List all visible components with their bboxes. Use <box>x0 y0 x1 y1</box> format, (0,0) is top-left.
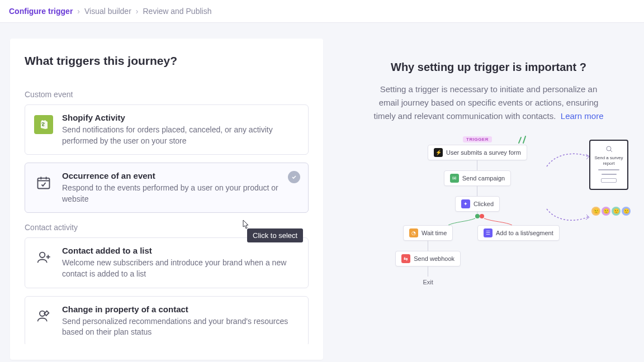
flow-node-wait: ◔ Wait time <box>403 225 453 241</box>
svg-point-10 <box>607 146 611 151</box>
bolt-icon: ⚡ <box>434 148 443 157</box>
card-description: Send personalized recommendations and yo… <box>62 316 299 338</box>
card-description: Welcome new subscribers and introduce yo… <box>62 258 299 279</box>
chevron-right-icon: › <box>136 7 139 16</box>
cursor-click-icon: ✦ <box>461 199 470 208</box>
person-plus-icon <box>34 248 53 267</box>
svg-rect-0 <box>38 178 50 189</box>
flow-node-webhook: ⇆ Send webhook <box>395 251 461 266</box>
info-description: Setting a trigger is necessary to initia… <box>371 83 606 123</box>
section-label-contact-activity: Contact activity <box>25 223 309 232</box>
svg-line-11 <box>610 150 612 152</box>
send-icon: ✉ <box>450 174 459 183</box>
flow-exit-label: Exit <box>423 279 433 285</box>
card-title: Shopify Activity <box>62 113 299 122</box>
card-title: Occurrence of an event <box>62 171 299 180</box>
dashed-arrow-icon <box>546 206 590 228</box>
section-label-custom-event: Custom event <box>25 90 309 99</box>
trigger-selector-panel: What triggers this journey? Custom event… <box>10 39 323 360</box>
trigger-card-contact-added-list[interactable]: Contact added to a list Welcome new subs… <box>25 237 309 288</box>
avatar: 🙂 <box>612 207 621 216</box>
doc-label: Send a survey report <box>594 155 624 166</box>
svg-point-8 <box>475 214 480 218</box>
breadcrumb-step-configure-trigger[interactable]: Configure trigger <box>9 7 73 16</box>
flow-node-submit: ⚡ User submits a survey form <box>428 145 527 160</box>
learn-more-link[interactable]: Learn more <box>561 111 604 121</box>
info-panel: Why setting up trigger is important ? Se… <box>343 39 634 360</box>
card-title: Change in property of a contact <box>62 304 299 314</box>
shopify-icon <box>34 115 53 134</box>
calendar-event-icon <box>34 173 53 192</box>
trigger-illustration: TRIGGER ⚡ User submits a survey form ✉ S… <box>354 136 623 293</box>
list-add-icon: ☰ <box>484 228 493 237</box>
flow-node-campaign: ✉ Send campaign <box>444 170 511 186</box>
svg-point-4 <box>40 253 45 258</box>
breadcrumb-step-visual-builder[interactable]: Visual builder <box>84 7 131 16</box>
breadcrumb: Configure trigger › Visual builder › Rev… <box>0 0 644 23</box>
card-description: Respond to the events performed by a use… <box>62 183 299 204</box>
avatar-group: 🙂 🙂 🙂 🙂 <box>591 207 631 216</box>
trigger-card-shopify-activity[interactable]: Shopify Activity Send notifications for … <box>25 104 309 155</box>
svg-point-9 <box>480 214 484 218</box>
card-description: Send notifications for orders placed, ca… <box>62 125 299 146</box>
trigger-card-occurrence-event[interactable]: Occurrence of an event Respond to the ev… <box>25 163 309 213</box>
panel-heading: What triggers this journey? <box>25 54 315 68</box>
trigger-badge: TRIGGER <box>463 136 492 142</box>
avatar: 🙂 <box>622 207 631 216</box>
person-edit-icon <box>34 307 53 326</box>
dashed-arrow-icon <box>546 150 590 172</box>
survey-report-card: Send a survey report <box>589 140 628 190</box>
trigger-list-scroll[interactable]: Custom event Shopify Activity Send notif… <box>25 80 315 344</box>
breadcrumb-step-review-publish[interactable]: Review and Publish <box>143 7 211 16</box>
flow-node-clicked: ✦ Clicked <box>455 196 500 212</box>
trigger-card-property-change[interactable]: Change in property of a contact Send per… <box>25 296 309 344</box>
clock-icon: ◔ <box>409 228 418 237</box>
webhook-icon: ⇆ <box>401 254 410 263</box>
info-heading: Why setting up trigger is important ? <box>354 61 623 74</box>
chevron-right-icon: › <box>77 7 80 16</box>
avatar: 🙂 <box>602 207 610 216</box>
branch-connector-icon <box>422 212 533 225</box>
avatar: 🙂 <box>591 207 600 216</box>
card-title: Contact added to a list <box>62 246 299 255</box>
